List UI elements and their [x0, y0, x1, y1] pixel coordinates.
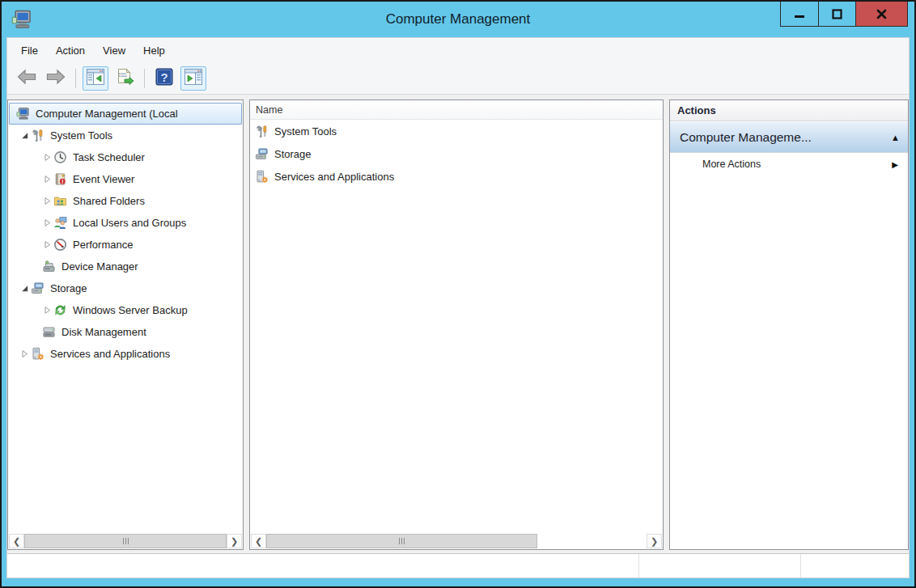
chevron-right-icon: ❯	[231, 536, 238, 547]
tree-item-shared-folders[interactable]: Shared Folders	[9, 190, 242, 212]
forward-button[interactable]	[43, 66, 69, 91]
toolbar-separator	[144, 69, 145, 88]
back-button[interactable]	[14, 66, 40, 91]
tree-item-label: Disk Management	[61, 326, 146, 338]
export-list-button[interactable]	[112, 66, 138, 91]
tree-item-system-tools[interactable]: System Tools	[9, 125, 242, 146]
chevron-left-icon: ❮	[13, 536, 20, 547]
storage-icon	[30, 281, 45, 296]
show-actions-icon	[184, 68, 203, 89]
back-arrow-icon	[16, 69, 37, 88]
show-console-tree-button[interactable]	[83, 66, 108, 91]
actions-pane: Actions Computer Manageme... ▲ More Acti…	[669, 99, 909, 550]
tree-item-disk-management[interactable]: Disk Management	[9, 321, 242, 343]
minimize-icon	[794, 9, 805, 19]
toolbar-separator	[75, 69, 76, 88]
menu-bar: FileActionViewHelp	[7, 38, 909, 62]
scrollbar-thumb[interactable]	[24, 534, 227, 548]
tree-horizontal-scrollbar[interactable]: ❮ ❯	[9, 534, 242, 548]
console-tree: Computer Management (LocalSystem ToolsTa…	[8, 100, 243, 381]
tree-item-label: Shared Folders	[73, 195, 145, 207]
actions-item-list: More Actions▶	[670, 153, 908, 176]
collapse-expander-icon[interactable]	[19, 283, 30, 294]
menu-item-view[interactable]: View	[94, 41, 134, 60]
export-list-icon	[115, 68, 134, 89]
tree-item-label: Local Users and Groups	[73, 217, 186, 229]
tree-item-task-scheduler[interactable]: Task Scheduler	[9, 146, 242, 168]
expand-expander-icon[interactable]	[41, 239, 53, 251]
menu-item-help[interactable]: Help	[134, 41, 174, 60]
scroll-right-button[interactable]: ❯	[647, 534, 662, 548]
list-item-label: System Tools	[274, 125, 337, 137]
titlebar[interactable]: Computer Management	[2, 2, 914, 37]
chevron-left-icon: ❮	[255, 536, 262, 547]
close-icon	[876, 9, 887, 19]
disk-management-icon	[41, 324, 57, 340]
show-action-pane-button[interactable]	[180, 66, 206, 91]
system-tools-icon	[30, 128, 45, 143]
maximize-icon	[832, 9, 842, 19]
column-header-name[interactable]: Name	[250, 100, 663, 120]
status-bar	[7, 553, 909, 577]
status-section	[800, 554, 909, 577]
system-tools-icon	[254, 124, 269, 139]
expand-expander-icon[interactable]	[41, 305, 53, 316]
windows-server-backup-icon	[53, 302, 68, 318]
minimize-button[interactable]	[781, 2, 818, 26]
tree-item-label: System Tools	[50, 129, 112, 142]
scroll-left-button[interactable]: ❮	[251, 534, 266, 548]
expand-expander-icon[interactable]	[41, 152, 53, 163]
tree-item-label: Task Scheduler	[73, 151, 145, 163]
actions-splitter[interactable]	[664, 99, 669, 550]
expand-expander-icon[interactable]	[41, 218, 53, 229]
scroll-left-button[interactable]: ❮	[9, 534, 24, 548]
help-icon: ?	[155, 68, 173, 89]
tree-item-label: Event Viewer	[73, 173, 134, 185]
collapse-expander-icon[interactable]	[19, 130, 30, 142]
tree-splitter[interactable]	[244, 99, 249, 550]
tree-item-event-viewer[interactable]: Event Viewer	[9, 168, 242, 190]
tree-item-storage[interactable]: Storage	[9, 277, 242, 299]
menu-item-file[interactable]: File	[12, 41, 47, 60]
maximize-button[interactable]	[818, 2, 855, 26]
tree-item-label: Services and Applications	[50, 348, 170, 360]
storage-icon	[254, 146, 269, 162]
tree-item-windows-server-backup[interactable]: Windows Server Backup	[9, 299, 242, 321]
tree-item-services-and-applications[interactable]: Services and Applications	[9, 343, 242, 365]
tree-item-device-manager[interactable]: Device Manager	[9, 256, 242, 277]
list-horizontal-scrollbar[interactable]: ❮ ❯	[251, 534, 662, 548]
app-body: FileActionViewHelp ? Computer Management…	[6, 37, 910, 578]
menu-item-action[interactable]: Action	[47, 41, 94, 60]
expand-expander-icon[interactable]	[41, 196, 53, 207]
window-controls	[780, 2, 908, 27]
tree-item-computer-management-local[interactable]: Computer Management (Local	[9, 103, 242, 125]
window-title: Computer Management	[2, 11, 914, 27]
expand-expander-icon[interactable]	[41, 174, 53, 185]
status-section	[7, 554, 638, 577]
list-item-storage[interactable]: Storage	[250, 142, 663, 165]
action-item-more-actions[interactable]: More Actions▶	[670, 153, 908, 176]
console-tree-pane: Computer Management (LocalSystem ToolsTa…	[7, 99, 244, 550]
svg-text:?: ?	[160, 70, 168, 83]
submenu-arrow-icon: ▶	[892, 160, 898, 169]
computer-management-icon	[11, 9, 32, 30]
list-item-system-tools[interactable]: System Tools	[250, 120, 663, 142]
scroll-right-button[interactable]: ❯	[227, 534, 242, 548]
event-viewer-icon	[53, 171, 68, 187]
status-section	[638, 554, 800, 577]
forward-arrow-icon	[45, 69, 66, 88]
main-area: Computer Management (LocalSystem ToolsTa…	[7, 95, 909, 553]
scrollbar-thumb[interactable]	[266, 534, 537, 548]
expand-expander-icon[interactable]	[19, 349, 30, 360]
help-button[interactable]: ?	[151, 66, 177, 91]
actions-pane-title: Actions	[670, 100, 908, 121]
computer-management-window: Computer Management FileActionViewHelp ?…	[0, 0, 916, 588]
list-item-services-and-applications[interactable]: Services and Applications	[250, 165, 663, 188]
tree-item-local-users-and-groups[interactable]: Local Users and Groups	[9, 212, 242, 234]
collapse-section-icon[interactable]: ▲	[891, 133, 900, 142]
actions-section-header[interactable]: Computer Manageme... ▲	[670, 121, 908, 153]
shared-folders-icon	[53, 193, 68, 209]
close-button[interactable]	[855, 2, 907, 26]
scrollbar-track[interactable]	[537, 534, 647, 548]
tree-item-performance[interactable]: Performance	[9, 234, 242, 256]
